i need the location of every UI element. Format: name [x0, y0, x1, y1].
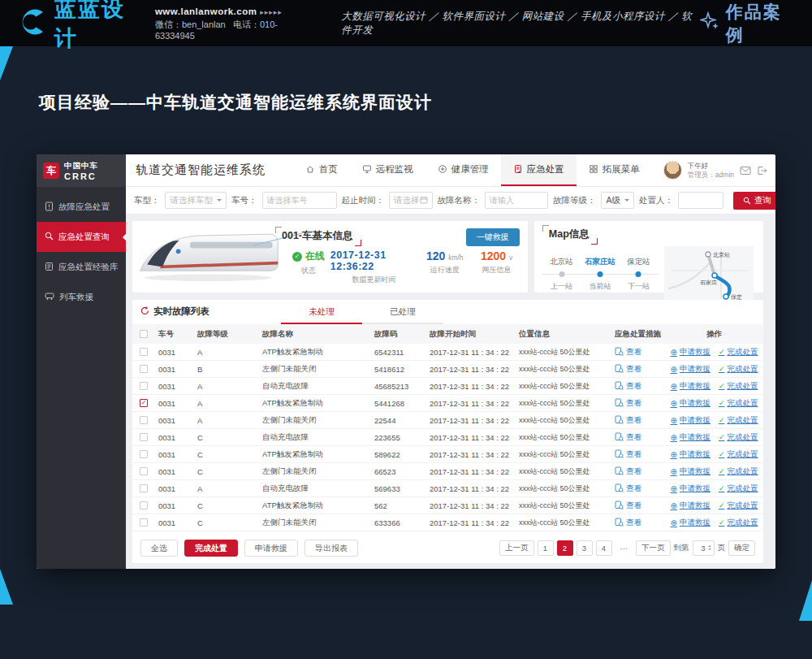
complete-handle-link[interactable]: ✓完成处置 [719, 364, 758, 375]
row-checkbox[interactable] [140, 365, 148, 373]
view-link[interactable]: 查看 [626, 449, 641, 460]
lanlan-logo[interactable]: 蓝蓝设计 [18, 0, 140, 53]
row-checkbox[interactable] [140, 382, 148, 390]
check-icon: ✓ [719, 399, 725, 407]
pagination: 上一页 1 2 3 4 ··· 下一页 到第 3 [499, 540, 755, 556]
handler-input[interactable] [678, 192, 723, 209]
cell-fault-level: A [194, 399, 259, 408]
car-type-label: 车型： [134, 195, 160, 206]
request-rescue-link[interactable]: ⊕申请救援 [671, 449, 710, 460]
row-checkbox[interactable] [140, 501, 148, 509]
request-rescue-link[interactable]: ⊕申请救援 [671, 415, 710, 426]
page-1[interactable]: 1 [538, 540, 554, 556]
complete-handle-link[interactable]: ✓完成处置 [719, 432, 758, 443]
cell-fault-level: C [194, 433, 259, 442]
select-all-checkbox[interactable] [140, 330, 148, 338]
request-rescue-link[interactable]: ⊕申请救援 [671, 518, 710, 528]
view-link[interactable]: 查看 [626, 415, 641, 426]
request-rescue-link[interactable]: ⊕申请救援 [671, 501, 710, 511]
cell-location: xxx站-ccc站 50公里处 [516, 501, 611, 511]
col-header-location: 位置信息 [516, 329, 611, 340]
tab-done[interactable]: 已处理 [362, 306, 443, 324]
page-3[interactable]: 3 [577, 540, 593, 556]
page-4[interactable]: 4 [596, 540, 612, 556]
train-stats: ✓在线 状态 2017-12-31 12:36:22 数据更新时间 120 km… [287, 249, 521, 285]
nav-tab-remote-monitor[interactable]: 远程监视 [350, 154, 425, 186]
site-url[interactable]: www.lanlanwork.com [155, 7, 257, 16]
request-rescue-link[interactable]: ⊕申请救援 [671, 347, 710, 358]
mini-map[interactable]: 北京站 石家庄 保定 [663, 246, 755, 301]
cell-start-time: 2017-12-31 11 : 34 : 22 [426, 467, 516, 476]
request-rescue-link[interactable]: ⊕申请救援 [671, 381, 710, 392]
nav-tab-health[interactable]: 健康管理 [425, 154, 501, 186]
request-rescue-button[interactable]: 申请救援 [244, 540, 298, 557]
spinner-arrows-icon[interactable] [708, 544, 711, 552]
goto-confirm-button[interactable]: 确定 [728, 540, 755, 556]
view-link[interactable]: 查看 [626, 381, 641, 392]
fault-name-input[interactable] [485, 192, 548, 209]
complete-handle-button[interactable]: 完成处置 [184, 540, 238, 557]
request-rescue-link[interactable]: ⊕申请救援 [671, 466, 710, 477]
select-all-button[interactable]: 全选 [140, 540, 178, 557]
row-checkbox[interactable] [140, 416, 148, 424]
sidebar-item-train-rescue[interactable]: 列车救援 [37, 282, 126, 312]
row-checkbox[interactable] [140, 518, 148, 527]
avatar[interactable] [663, 161, 682, 180]
view-link[interactable]: 查看 [626, 483, 641, 494]
row-checkbox[interactable] [140, 484, 148, 492]
view-link[interactable]: 查看 [626, 347, 641, 358]
mail-icon[interactable] [740, 166, 751, 176]
time-range-picker[interactable]: 请选择 [389, 192, 433, 209]
view-doc-icon [615, 415, 624, 426]
plus-circle-icon: ⊕ [671, 518, 677, 527]
cell-fault-code: 223655 [371, 433, 426, 442]
view-link[interactable]: 查看 [626, 364, 641, 375]
next-page-button[interactable]: 下一页 [636, 540, 671, 556]
view-link[interactable]: 查看 [626, 466, 641, 477]
sidebar-item-emergency-query[interactable]: 应急处置查询 [37, 222, 126, 252]
row-checkbox[interactable] [140, 467, 148, 475]
view-doc-icon [615, 347, 624, 358]
complete-handle-link[interactable]: ✓完成处置 [719, 518, 758, 528]
car-no-input[interactable] [262, 192, 337, 209]
request-rescue-link[interactable]: ⊕申请救援 [671, 364, 710, 375]
view-link[interactable]: 查看 [626, 518, 641, 528]
portfolio-link[interactable]: 作品案例 [700, 1, 794, 46]
nav-tab-emergency[interactable]: 应急处置 [501, 154, 577, 186]
complete-handle-link[interactable]: ✓完成处置 [719, 415, 758, 426]
speed-unit: km/h [448, 254, 463, 262]
nav-tab-home[interactable]: 首页 [293, 154, 350, 186]
view-link[interactable]: 查看 [626, 432, 641, 443]
page-2-active[interactable]: 2 [557, 540, 573, 556]
request-rescue-link[interactable]: ⊕申请救援 [671, 483, 710, 494]
sidebar-item-fault-emergency[interactable]: 故障应急处置 [37, 192, 126, 222]
logout-icon[interactable] [757, 166, 767, 176]
complete-handle-link[interactable]: ✓完成处置 [719, 466, 758, 477]
complete-handle-link[interactable]: ✓完成处置 [719, 381, 758, 392]
tab-pending[interactable]: 未处理 [281, 306, 362, 324]
complete-handle-link[interactable]: ✓完成处置 [719, 398, 758, 409]
row-checkbox[interactable] [140, 433, 148, 441]
fault-level-select[interactable]: A级 [601, 192, 635, 209]
nav-tab-extended-menu[interactable]: 拓展菜单 [577, 154, 652, 186]
request-rescue-link[interactable]: ⊕申请救援 [671, 398, 710, 409]
car-type-select[interactable]: 请选择车型 [165, 192, 227, 209]
refresh-icon[interactable] [140, 304, 149, 319]
view-link[interactable]: 查看 [626, 398, 641, 409]
search-button[interactable]: 查询 [733, 192, 775, 210]
row-checkbox[interactable] [140, 450, 148, 458]
complete-handle-link[interactable]: ✓完成处置 [719, 483, 758, 494]
goto-page-input[interactable]: 3 [693, 540, 715, 556]
sidebar-item-experience-lib[interactable]: 应急处置经验库 [37, 252, 126, 282]
view-link[interactable]: 查看 [626, 501, 641, 511]
complete-handle-link[interactable]: ✓完成处置 [719, 501, 758, 511]
complete-handle-link[interactable]: ✓完成处置 [719, 449, 758, 460]
one-key-rescue-button[interactable]: 一键救援 [466, 228, 520, 246]
export-report-button[interactable]: 导出报表 [304, 540, 358, 557]
request-rescue-link[interactable]: ⊕申请救援 [671, 432, 710, 443]
row-checkbox[interactable] [140, 399, 148, 407]
complete-handle-link[interactable]: ✓完成处置 [719, 347, 758, 358]
cell-fault-name: 左侧门未能关闭 [259, 518, 371, 528]
row-checkbox[interactable] [140, 348, 148, 356]
prev-page-button[interactable]: 上一页 [499, 540, 534, 556]
